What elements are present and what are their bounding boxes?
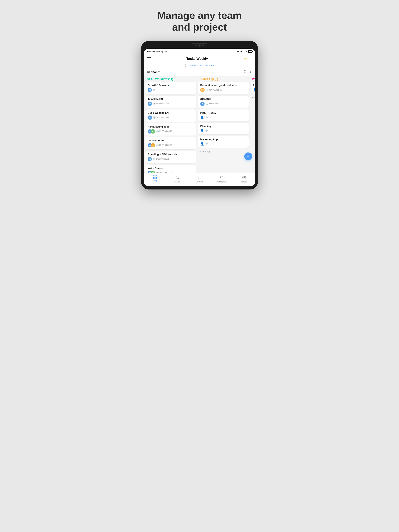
task-time: 🕐 10:00 03/11/21: [156, 172, 172, 173]
task-title: Plan: [253, 84, 255, 87]
grid-dot: [153, 177, 154, 178]
avatar: CD: [200, 88, 205, 92]
star-icon[interactable]: ☆: [244, 57, 247, 61]
grid-icon: [153, 176, 157, 179]
person-placeholder-icon: 👤: [200, 115, 204, 119]
status-time: 8:41 AM: [147, 51, 155, 53]
grid-dot: [153, 176, 154, 177]
fab-button[interactable]: +: [244, 152, 252, 160]
kanban-board: SAAS Workflow (11) Growth 10x users JD 🕐…: [144, 76, 255, 173]
clock-icon-10: 🕐: [205, 116, 208, 118]
task-meta: JD 🕐: [148, 88, 194, 92]
task-title: Build Website EN: [148, 111, 194, 114]
status-date: Mon Apr 12: [156, 51, 167, 53]
tab-myweek-label: My Week: [196, 181, 203, 183]
task-meta: JD AB 🕐 10:00 03/11/21: [148, 171, 194, 173]
tab-account[interactable]: Account: [233, 175, 255, 184]
headline: Manage any teamand project: [141, 4, 258, 33]
screen: 8:41 AM Mon Apr 12 ··· 11%: [144, 49, 255, 186]
camera-dot: [195, 44, 197, 46]
grid-dot: [154, 176, 155, 177]
task-card[interactable]: Template EN JD 🕐 14:27 03/31/21: [145, 96, 196, 108]
battery-fill: [248, 51, 249, 52]
tab-notifications[interactable]: Notifications: [211, 175, 233, 184]
clock-icon-9: 🕐: [206, 103, 208, 105]
task-title: Plan + Redev: [200, 111, 246, 114]
task-title: iOS ASO: [200, 98, 246, 101]
add-new-item-web[interactable]: + New: [251, 95, 255, 100]
task-card[interactable]: Plan + Redev 👤 🕐: [198, 109, 249, 121]
account-tab-icon: [242, 176, 246, 180]
tab-group[interactable]: Group: [144, 175, 166, 184]
signal-icon: ···: [237, 51, 239, 53]
myweek-tab-icon: [198, 176, 201, 180]
task-time: 🕐 08:00 03/14/21: [206, 103, 222, 105]
kanban-dropdown[interactable]: Kanban ▾: [147, 70, 160, 74]
clock-icon-3: 🕐: [153, 116, 155, 119]
task-title: Template EN: [148, 98, 194, 101]
avatar: JD: [148, 88, 152, 92]
add-new-item-global[interactable]: + New item: [198, 149, 249, 154]
app-title: Tasks Weekly: [187, 57, 208, 61]
task-time: 🕐 09:00 03/31/21: [153, 116, 169, 119]
more-options-icon[interactable]: ···: [249, 57, 252, 61]
task-card[interactable]: Marketing App 👤 🕐: [198, 136, 249, 148]
task-card[interactable]: Video youtube JD CD 🕐 09:00 03/09/21: [145, 137, 196, 149]
task-card[interactable]: Plan 👤: [251, 82, 255, 94]
person-placeholder-icon: 👤: [253, 88, 255, 92]
task-card[interactable]: iOS ASO JD 🕐 08:00 03/14/21: [198, 96, 249, 108]
person-placeholder-icon: 👤: [200, 129, 204, 133]
task-card[interactable]: Growth 10x users JD 🕐: [145, 82, 196, 94]
battery-icon: [248, 51, 252, 53]
tab-notifications-label: Notifications: [217, 181, 227, 183]
grid-dot: [154, 177, 155, 178]
task-card[interactable]: Promotion and get downloads CD 🕐 00:00 0…: [198, 82, 249, 94]
task-meta: JD 🕐 08:00 03/14/21: [200, 102, 246, 106]
task-title: Branding + SEO Web VN: [148, 153, 194, 156]
clock-icon-5: 🕐: [156, 144, 159, 146]
task-meta: 👤: [253, 88, 255, 92]
avatar-group: JD AB: [148, 171, 155, 173]
kanban-board-container: SAAS Workflow (11) Growth 10x users JD 🕐…: [144, 76, 255, 173]
task-meta: JD 🕐 09:00 03/31/21: [148, 115, 194, 120]
task-title: Promotion and get downloads: [200, 84, 246, 87]
task-card[interactable]: Planning 👤 🕐: [198, 123, 249, 134]
task-title: ReMarketing Tool: [148, 125, 194, 128]
grid-dot: [156, 176, 157, 177]
tab-myweek[interactable]: My Week: [188, 175, 211, 184]
task-meta: JD 🕐 14:27 03/31/21: [148, 102, 194, 106]
task-card[interactable]: Branding + SEO Web VN JD 🕐 14:27 03/31/2…: [145, 151, 196, 163]
camera-dot-2: [202, 44, 204, 46]
grid-dot: [153, 178, 154, 179]
camera-area: [144, 44, 255, 47]
task-time: 🕐 09:00 03/09/21: [156, 144, 172, 146]
tab-search[interactable]: Search: [166, 175, 188, 184]
task-card[interactable]: Build Website EN JD 🕐 09:00 03/31/21: [145, 109, 196, 122]
task-card[interactable]: ReMarketing Tool JD AB 🕐 09:00 03/06/21: [145, 123, 196, 136]
person-placeholder-icon: 👤: [200, 142, 204, 146]
task-title: Video youtube: [148, 139, 194, 142]
status-bar: 8:41 AM Mon Apr 12 ··· 11%: [144, 49, 255, 55]
app-header: Tasks Weekly ☆ ···: [144, 55, 255, 63]
task-meta: JD CD 🕐 09:00 03/09/21: [148, 143, 194, 147]
battery-percent: 11%: [244, 51, 247, 53]
task-card[interactable]: Write Content JD AB 🕐 10:00 03/11/21: [145, 165, 196, 173]
kanban-label-text: Kanban: [147, 70, 158, 74]
task-time: 🕐 14:27 03/31/21: [153, 103, 169, 105]
task-meta: CD 🕐 00:00 03/31/21: [200, 88, 246, 92]
search-icon[interactable]: [244, 70, 247, 74]
clock-icon-4: 🕐: [156, 130, 159, 133]
status-icons: ··· 11%: [237, 50, 252, 53]
clock-icon: 🕐: [153, 89, 155, 91]
task-title: Marketing App: [200, 138, 246, 141]
svg-rect-7: [198, 176, 201, 179]
hamburger-menu[interactable]: [147, 57, 151, 60]
filter-icon[interactable]: [249, 70, 252, 74]
avatar-2: AB: [151, 171, 155, 173]
task-time: 🕐 09:00 03/06/21: [156, 130, 172, 133]
tab-account-label: Account: [241, 181, 247, 183]
svg-line-1: [246, 72, 246, 73]
kanban-column-global: Global App (5) Promotion and get downloa…: [198, 76, 249, 173]
sub-header: ⓘ My tasks, plan and notes: [144, 63, 255, 69]
subtitle-link[interactable]: My tasks, plan and notes: [188, 64, 214, 67]
